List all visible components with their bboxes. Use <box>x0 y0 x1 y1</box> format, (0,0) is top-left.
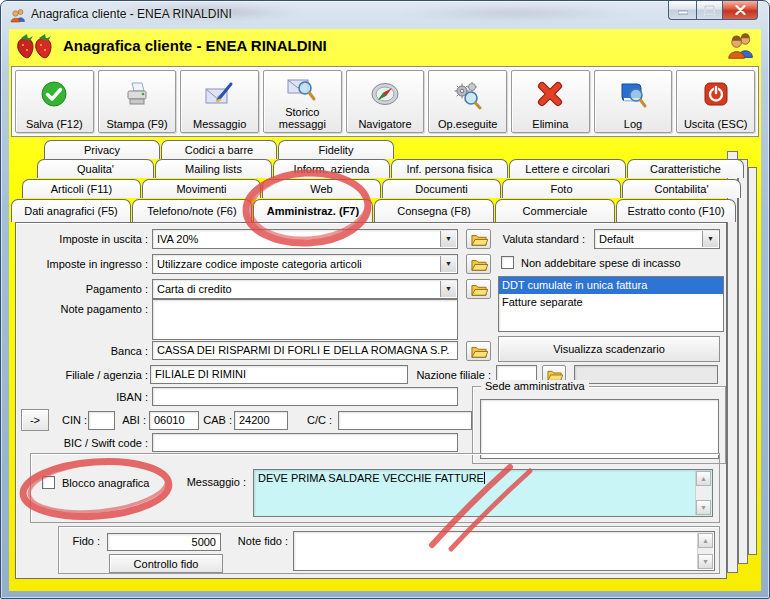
note-fido-scrollbar[interactable]: ▲ ▼ <box>697 533 713 569</box>
tab-dati-anagrafici[interactable]: Dati anagrafici (F5) <box>11 199 131 222</box>
fido-group: Fido : 5000 Controllo fido Note fido : ▲… <box>58 526 720 574</box>
text-caret <box>484 472 485 484</box>
controllo-fido-button[interactable]: Controllo fido <box>109 554 223 573</box>
sede-amministrativa-textarea[interactable] <box>480 399 719 459</box>
app-window: Anagrafica cliente - ENEA RINALDINI <box>0 0 770 599</box>
tab-inf-persona-fisica[interactable]: Inf. persona fisica <box>391 159 508 178</box>
scroll-up-icon[interactable]: ▲ <box>698 533 713 548</box>
message-history-button[interactable]: Storico messaggi <box>263 70 342 133</box>
tab-commerciale[interactable]: Commerciale <box>495 199 615 222</box>
cc-field[interactable] <box>338 411 472 430</box>
tab-telefono-note[interactable]: Telefono/note (F6) <box>132 199 252 222</box>
tab-articoli[interactable]: Articoli (F11) <box>22 179 141 198</box>
message-button[interactable]: Messaggio <box>180 70 259 133</box>
tab-web[interactable]: Web <box>262 179 381 198</box>
banca-label: Banca : <box>16 341 148 361</box>
tab-row-2: Qualita' Mailing lists Inform. azienda I… <box>37 159 744 178</box>
iban-label: IBAN : <box>16 387 148 407</box>
tab-movimenti[interactable]: Movimenti <box>142 179 261 198</box>
fido-label: Fido : <box>59 531 100 551</box>
scroll-down-icon[interactable]: ▼ <box>696 500 711 515</box>
imposte-uscita-label: Imposte in uscita : <box>16 229 148 249</box>
iban-field[interactable] <box>152 387 458 406</box>
save-icon <box>39 71 69 118</box>
print-button[interactable]: Stampa (F9) <box>98 70 177 133</box>
imposte-ingresso-lookup-button[interactable] <box>466 254 491 274</box>
scroll-down-icon[interactable]: ▼ <box>698 554 713 569</box>
chevron-down-icon[interactable]: ▼ <box>440 281 456 297</box>
log-button[interactable]: Log <box>594 70 673 133</box>
tab-caratteristiche[interactable]: Caratteristiche <box>627 159 744 178</box>
note-pagamento-label: Note pagamento : <box>16 299 148 319</box>
messaggio-scrollbar[interactable]: ▲ ▼ <box>695 471 711 515</box>
save-button[interactable]: Salva (F12) <box>15 70 94 133</box>
tab-consegna[interactable]: Consegna (F8) <box>374 199 494 222</box>
exit-button[interactable]: Uscita (ESC) <box>676 70 755 133</box>
valuta-dropdown[interactable]: Default ▼ <box>594 229 720 249</box>
bic-label: BIC / Swift code : <box>16 433 148 453</box>
copy-bank-arrow-button[interactable]: -> <box>21 409 49 431</box>
customers-icon[interactable] <box>727 32 755 60</box>
tab-amministraz-active[interactable]: Amministraz. (F7) <box>253 199 373 222</box>
delete-button[interactable]: Elimina <box>511 70 590 133</box>
tab-codici-a-barre[interactable]: Codici a barre <box>161 140 277 159</box>
cin-label: CIN : <box>56 410 87 430</box>
operations-button[interactable]: Op.eseguite <box>428 70 507 133</box>
note-pagamento-textarea[interactable] <box>152 299 458 340</box>
valuta-value: Default <box>599 233 634 245</box>
imposte-uscita-dropdown[interactable]: IVA 20% ▼ <box>152 229 458 249</box>
list-item[interactable]: Fatture separate <box>499 294 723 311</box>
tab-row-4: Dati anagrafici (F5) Telefono/note (F6) … <box>11 199 736 222</box>
cab-label: CAB : <box>196 410 232 430</box>
tab-mailing-lists[interactable]: Mailing lists <box>155 159 272 178</box>
list-item-selected[interactable]: DDT cumulate in unica fattura <box>499 277 723 294</box>
fido-field[interactable]: 5000 <box>107 533 221 551</box>
banca-lookup-button[interactable] <box>466 341 491 361</box>
note-fido-textarea[interactable]: ▲ ▼ <box>293 531 715 571</box>
tab-estratto-conto[interactable]: Estratto conto (F10) <box>616 199 736 222</box>
pagamento-lookup-button[interactable] <box>466 279 491 299</box>
pagamento-dropdown[interactable]: Carta di credito ▼ <box>152 279 458 299</box>
bic-field[interactable] <box>152 433 458 452</box>
tab-inform-azienda[interactable]: Inform. azienda <box>273 159 390 178</box>
navigator-button[interactable]: Navigatore <box>346 70 425 133</box>
banca-field[interactable]: CASSA DEI RISPARMI DI FORLI E DELLA ROMA… <box>152 341 458 360</box>
note-fido-label: Note fido : <box>209 531 288 551</box>
messaggio-textarea[interactable]: DEVE PRIMA SALDARE VECCHIE FATTURE ▲ ▼ <box>253 469 713 517</box>
abi-field[interactable]: 06010 <box>149 411 199 430</box>
tab-contabilita[interactable]: Contabilita' <box>622 179 741 198</box>
stacked-sheet-edge <box>748 167 757 555</box>
form-panel: Imposte in uscita : IVA 20% ▼ Imposte in… <box>15 222 727 579</box>
app-header: Anagrafica cliente - ENEA RINALDINI <box>9 29 761 64</box>
scroll-up-icon[interactable]: ▲ <box>696 471 711 486</box>
envelope-pen-icon <box>204 71 236 118</box>
gears-magnifier-icon <box>452 71 484 118</box>
toolbar-button-label: Navigatore <box>358 118 411 130</box>
tab-row-1: Privacy Codici a barre Fidelity <box>44 140 394 159</box>
maximize-button[interactable] <box>696 1 723 20</box>
visualizza-scadenzario-button[interactable]: Visualizza scadenzario <box>498 336 720 362</box>
chevron-down-icon[interactable]: ▼ <box>440 256 456 272</box>
cab-field[interactable]: 24200 <box>234 411 288 430</box>
tab-privacy[interactable]: Privacy <box>44 140 160 159</box>
spese-incasso-label: Non addebitare spese di incasso <box>521 257 681 269</box>
app-icon <box>10 7 26 23</box>
tab-documenti[interactable]: Documenti <box>382 179 501 198</box>
imposte-ingresso-label: Imposte in ingresso : <box>16 254 148 274</box>
nazione-descrizione-field <box>574 365 718 384</box>
imposte-ingresso-dropdown[interactable]: Utilizzare codice imposte categoria arti… <box>152 254 458 274</box>
blocco-messaggio-group: Blocco anagrafica Messaggio : DEVE PRIMA… <box>30 453 720 523</box>
tab-fidelity[interactable]: Fidelity <box>278 140 394 159</box>
spese-incasso-checkbox[interactable] <box>501 256 514 269</box>
close-button[interactable] <box>723 1 758 20</box>
tab-foto[interactable]: Foto <box>502 179 621 198</box>
blocco-anagrafica-checkbox[interactable] <box>42 476 55 489</box>
tab-lettere-circolari[interactable]: Lettere e circolari <box>509 159 626 178</box>
minimize-button[interactable] <box>668 1 696 20</box>
chevron-down-icon[interactable]: ▼ <box>702 231 718 247</box>
fatturazione-listbox: DDT cumulate in unica fattura Fatture se… <box>498 276 724 332</box>
tab-qualita[interactable]: Qualita' <box>37 159 154 178</box>
titlebar[interactable]: Anagrafica cliente - ENEA RINALDINI <box>1 1 769 29</box>
cc-label: C/C : <box>296 410 332 430</box>
caption-buttons <box>668 1 758 20</box>
